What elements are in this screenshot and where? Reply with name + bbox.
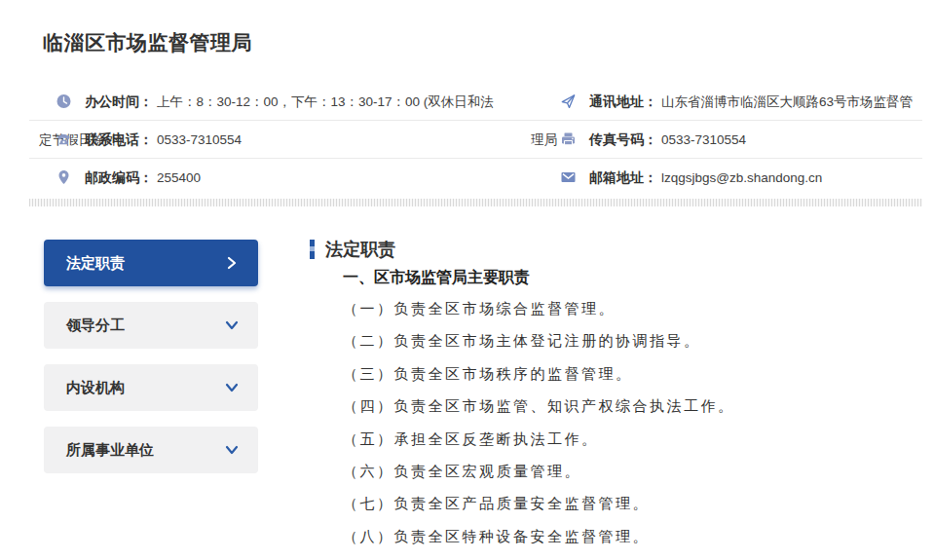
fax-icon	[560, 131, 577, 147]
postal-code-value: 255400	[157, 170, 201, 185]
section-heading-text: 法定职责	[325, 238, 395, 261]
duty-list-item: （一）负责全区市场综合监督管理。	[343, 293, 735, 325]
page-title: 临淄区市场监督管理局	[43, 29, 252, 56]
mailing-address-label: 通讯地址：	[589, 93, 657, 109]
sidebar-item-label: 法定职责	[66, 254, 125, 273]
chevron-down-icon	[225, 443, 239, 457]
chevron-down-icon	[225, 381, 239, 394]
duty-list-item: （四）负责全区市场监管、知识产权综合执法工作。	[343, 391, 735, 423]
info-row: 办公时间：上午：8：30-12：00，下午：13：30-17：00 (双休日和法…	[29, 83, 922, 121]
hatched-divider	[29, 199, 922, 206]
postal-code: 邮政编码：255400	[39, 159, 503, 197]
email-icon	[560, 169, 577, 185]
main-content: 法定职责 一、区市场监管局主要职责 （一）负责全区市场综合监督管理。 （二）负责…	[310, 238, 925, 261]
clock-icon	[56, 93, 72, 109]
duty-list-item: （六）负责全区宏观质量管理。	[343, 456, 735, 488]
heading-accent-bar-icon	[310, 240, 315, 259]
sidebar-item-legal-duties[interactable]: 法定职责	[44, 240, 258, 286]
sidebar-nav: 法定职责 领导分工 内设机构 所属事业单位	[44, 240, 258, 489]
section-subtitle: 一、区市场监管局主要职责	[343, 268, 530, 288]
contact-phone-label: 联系电话：	[85, 131, 153, 147]
duty-list-item: （五）承担全区反垄断执法工作。	[343, 424, 735, 456]
sidebar-item-label: 内设机构	[66, 379, 125, 397]
contact-info-grid: 办公时间：上午：8：30-12：00，下午：13：30-17：00 (双休日和法…	[29, 83, 922, 197]
email-address: 邮箱地址：lzqgsjbgs@zb.shandong.cn	[531, 159, 922, 197]
sidebar-item-label: 所属事业单位	[66, 441, 154, 460]
sidebar-item-leadership-division[interactable]: 领导分工	[44, 302, 258, 349]
info-row: 邮政编码：255400 邮箱地址：lzqgsjbgs@zb.shandong.c…	[29, 159, 922, 197]
office-hours-label: 办公时间：	[85, 93, 153, 109]
fax-number-label: 传真号码：	[589, 131, 657, 147]
fax-number: 传真号码：0533-7310554	[531, 121, 922, 159]
fax-number-value: 0533-7310554	[661, 132, 746, 147]
duty-list-item: （二）负责全区市场主体登记注册的协调指导。	[343, 325, 735, 357]
chevron-down-icon	[225, 318, 239, 332]
duty-list-item: （八）负责全区特种设备安全监督管理。	[343, 521, 735, 553]
sidebar-item-internal-organs[interactable]: 内设机构	[44, 364, 258, 411]
send-icon	[560, 93, 577, 109]
sidebar-item-label: 领导分工	[66, 317, 125, 335]
email-address-label: 邮箱地址：	[589, 169, 657, 185]
contact-phone-value: 0533-7310554	[157, 132, 242, 147]
duty-list-item: （七）负责全区产品质量安全监督管理。	[343, 488, 735, 520]
sidebar-item-affiliated-units[interactable]: 所属事业单位	[44, 427, 258, 473]
location-pin-icon	[56, 169, 72, 185]
duty-list: （一）负责全区市场综合监督管理。 （二）负责全区市场主体登记注册的协调指导。 （…	[343, 293, 735, 553]
duty-list-item: （三）负责全区市场秩序的监督管理。	[343, 358, 735, 391]
chevron-right-icon	[225, 256, 239, 270]
phone-icon	[56, 131, 72, 147]
contact-phone: 联系电话：0533-7310554	[39, 121, 503, 159]
postal-code-label: 邮政编码：	[85, 169, 153, 185]
info-row: 联系电话：0533-7310554 传真号码：0533-7310554	[29, 121, 922, 159]
section-heading: 法定职责	[310, 238, 925, 261]
email-address-value: lzqgsjbgs@zb.shandong.cn	[661, 170, 822, 185]
